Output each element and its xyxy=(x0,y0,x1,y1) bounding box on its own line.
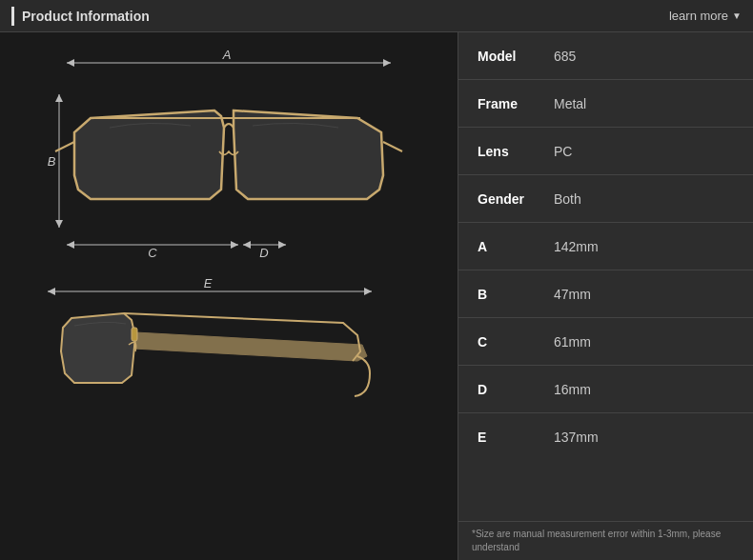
spec-row: C61mm xyxy=(458,318,753,366)
svg-line-18 xyxy=(383,142,402,151)
svg-text:A: A xyxy=(222,48,232,62)
left-panel: A B C D xyxy=(0,32,458,560)
svg-rect-23 xyxy=(132,328,137,341)
svg-marker-6 xyxy=(55,220,63,228)
svg-marker-10 xyxy=(231,241,238,249)
spec-row: Model685 xyxy=(458,32,753,80)
spec-value: 685 xyxy=(554,49,576,64)
spec-value: 137mm xyxy=(554,430,599,445)
header: Product Information learn more ▼ xyxy=(0,0,753,32)
svg-marker-13 xyxy=(243,241,251,249)
spec-value: 142mm xyxy=(554,239,599,254)
learn-more-label: learn more xyxy=(669,9,728,23)
svg-marker-14 xyxy=(278,241,286,249)
spec-label: Frame xyxy=(478,96,554,111)
svg-marker-5 xyxy=(55,94,63,102)
spec-row: D16mm xyxy=(458,366,753,413)
spec-row: GenderBoth xyxy=(458,175,753,223)
spec-label: C xyxy=(478,334,554,350)
spec-label: Gender xyxy=(478,191,554,207)
side-diagram: E xyxy=(19,270,438,423)
svg-marker-1 xyxy=(67,59,74,67)
spec-value: 16mm xyxy=(554,382,591,397)
front-diagram: A B C D xyxy=(19,42,438,261)
spec-row: LensPC xyxy=(458,128,753,175)
spec-value: 47mm xyxy=(554,287,591,302)
spec-value: 61mm xyxy=(554,334,591,350)
spec-value: Both xyxy=(554,191,581,207)
svg-marker-20 xyxy=(48,288,55,295)
header-bar-decoration xyxy=(11,7,14,26)
header-left: Product Information xyxy=(11,7,150,26)
spec-row: B47mm xyxy=(458,270,753,318)
spec-label: A xyxy=(478,239,554,254)
spec-value: Metal xyxy=(554,96,586,111)
svg-line-17 xyxy=(55,142,74,151)
right-panel: Model685FrameMetalLensPCGenderBothA142mm… xyxy=(458,32,753,560)
spec-table: Model685FrameMetalLensPCGenderBothA142mm… xyxy=(458,32,753,521)
learn-more-button[interactable]: learn more ▼ xyxy=(669,9,742,23)
spec-label: B xyxy=(478,287,554,302)
spec-row: E137mm xyxy=(458,413,753,461)
svg-marker-9 xyxy=(67,241,74,249)
spec-label: Model xyxy=(478,49,554,64)
front-view-svg: A B C D xyxy=(38,42,419,261)
side-view-svg: E xyxy=(19,270,400,423)
svg-text:C: C xyxy=(148,246,157,260)
svg-text:E: E xyxy=(204,276,213,290)
spec-label: E xyxy=(478,430,554,445)
spec-value: PC xyxy=(554,144,572,159)
main-content: A B C D xyxy=(0,32,753,560)
spec-note: *Size are manual measurement error withi… xyxy=(458,521,753,560)
svg-text:D: D xyxy=(259,246,268,260)
spec-row: A142mm xyxy=(458,223,753,270)
svg-marker-21 xyxy=(364,288,372,295)
spec-label: D xyxy=(478,382,554,397)
page-title: Product Information xyxy=(22,9,150,24)
svg-marker-2 xyxy=(383,59,391,67)
learn-more-arrow-icon: ▼ xyxy=(732,10,742,21)
spec-row: FrameMetal xyxy=(458,80,753,128)
spec-label: Lens xyxy=(478,144,554,159)
svg-text:B: B xyxy=(48,154,56,169)
